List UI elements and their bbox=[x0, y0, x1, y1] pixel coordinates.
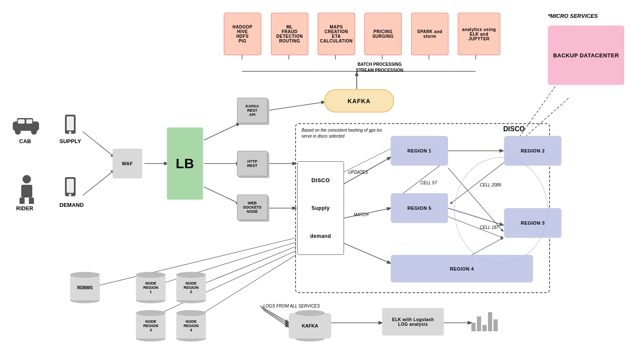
node-region2-cylinder: NODEREGION2 bbox=[176, 272, 206, 303]
svg-line-0 bbox=[83, 132, 115, 157]
cab-label: CAB bbox=[19, 138, 31, 144]
region1-box: REGION 1 bbox=[391, 136, 448, 166]
node-region3-cylinder: NODEREGION3 bbox=[136, 310, 166, 341]
kafka-top-label: KAFKA bbox=[348, 98, 371, 104]
service-ml: MLFRAUDDETECTIONROUTING bbox=[271, 13, 308, 55]
svg-line-6 bbox=[268, 102, 325, 110]
bar4 bbox=[488, 312, 492, 331]
rider-label: RIDER bbox=[16, 205, 33, 212]
node-region4-cylinder: NODEREGION4 bbox=[176, 310, 206, 341]
region5-label: REGION 5 bbox=[407, 206, 431, 211]
rdbms-cylinder: RDBMS bbox=[70, 272, 100, 303]
backup-label: BACKUP DATACENTER bbox=[553, 52, 619, 59]
disco-box-label: DISCO bbox=[311, 177, 330, 183]
updates-label: UPDATES bbox=[348, 170, 368, 175]
match-label: MATCH bbox=[354, 212, 369, 217]
svg-point-49 bbox=[69, 131, 71, 134]
demand-label: DEMAND bbox=[59, 202, 84, 208]
disco-demand: demand bbox=[310, 233, 331, 239]
svg-point-56 bbox=[69, 194, 71, 196]
svg-rect-55 bbox=[67, 179, 74, 193]
disco-supply: Supply bbox=[311, 205, 330, 211]
svg-line-31 bbox=[191, 246, 296, 289]
rdbms-label: RDBMS bbox=[70, 275, 100, 300]
supply-phone-icon bbox=[63, 114, 78, 139]
service-pricing: PRICINGSURGING bbox=[364, 13, 402, 55]
lb-label: LB bbox=[176, 156, 194, 172]
elk-box: ELK with LogstashLOG analysis bbox=[382, 308, 444, 336]
svg-line-32 bbox=[144, 251, 296, 321]
service-maps: MAPSCREATIONETACALCULATION bbox=[318, 13, 355, 55]
svg-point-44 bbox=[31, 129, 37, 135]
svg-rect-53 bbox=[29, 198, 34, 204]
svg-rect-46 bbox=[26, 119, 32, 124]
region5-box: REGION 5 bbox=[391, 193, 448, 223]
logs-label: LOGS FROM ALL SERVICES bbox=[263, 304, 320, 308]
disco-title: DISCO bbox=[503, 125, 525, 133]
svg-line-34 bbox=[260, 306, 289, 323]
svg-rect-45 bbox=[18, 119, 25, 124]
diagram: CAB SUPPLY RIDER DEMAND WAF LB bbox=[0, 0, 637, 364]
svg-line-33 bbox=[191, 255, 296, 321]
lb-box: LB bbox=[167, 127, 203, 200]
backup-datacenter-box: BACKUP DATACENTER bbox=[548, 25, 624, 85]
svg-line-3 bbox=[204, 123, 240, 140]
waf-box: WAF bbox=[113, 149, 142, 178]
bar1 bbox=[471, 323, 476, 331]
cell57-label: CELL 57 bbox=[420, 181, 437, 185]
svg-line-5 bbox=[204, 187, 240, 204]
svg-line-1 bbox=[83, 170, 115, 195]
demand-phone-icon bbox=[63, 176, 78, 201]
service-spark: SPARK andstorm bbox=[411, 13, 448, 55]
svg-point-50 bbox=[23, 175, 31, 183]
svg-point-43 bbox=[15, 129, 21, 135]
kafka-bottom-cylinder: KAFKA bbox=[289, 310, 331, 341]
svg-line-35 bbox=[262, 308, 289, 325]
svg-rect-48 bbox=[67, 116, 74, 130]
region4-label: REGION 4 bbox=[450, 266, 474, 271]
disco-inner-box: DISCO Supply demand bbox=[297, 161, 344, 255]
region-ellipse bbox=[454, 157, 548, 263]
waf-label: WAF bbox=[122, 161, 133, 166]
bar3 bbox=[482, 325, 487, 331]
svg-rect-51 bbox=[21, 185, 32, 198]
micro-services-label: *MICRO SERVICES bbox=[548, 13, 598, 19]
bar5 bbox=[493, 319, 498, 331]
bar2 bbox=[477, 316, 481, 331]
service-hadoop: HADOOPHIVEHDFSPIG bbox=[224, 13, 261, 55]
bar-chart-icon bbox=[471, 310, 498, 331]
disco-note: Based on the consistent hashing of gps l… bbox=[302, 127, 386, 139]
svg-line-30 bbox=[144, 242, 296, 289]
region2-label: REGION 2 bbox=[521, 148, 545, 153]
node-region1-cylinder: NODEREGION1 bbox=[136, 272, 166, 303]
kafka-pill-top: KAFKA bbox=[324, 89, 394, 113]
svg-line-36 bbox=[263, 310, 289, 327]
supply-label: SUPPLY bbox=[59, 138, 81, 144]
service-analytics: analytics usingELK andJUPYTER bbox=[458, 13, 500, 55]
rider-icon bbox=[16, 174, 37, 206]
region1-label: REGION 1 bbox=[407, 148, 431, 153]
svg-rect-52 bbox=[20, 198, 25, 204]
batch-processing-label: BATCH PROCESSINGSTREAM PROCESSION bbox=[356, 62, 403, 73]
cab-icon bbox=[9, 114, 43, 137]
